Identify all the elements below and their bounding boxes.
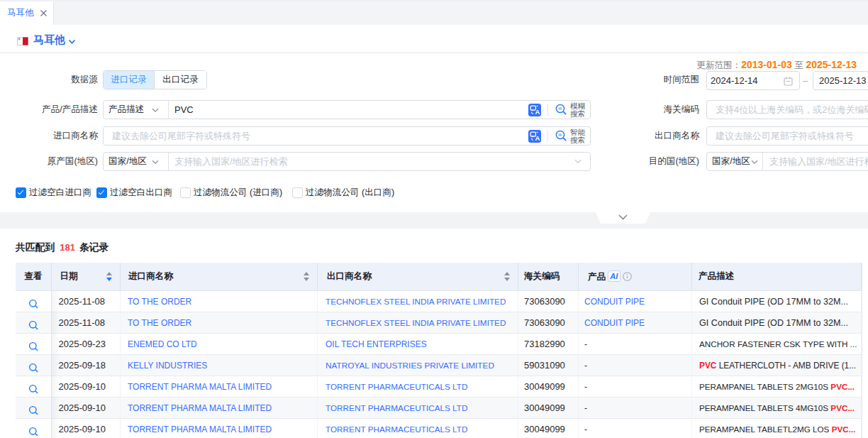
svg-text:A: A	[535, 134, 540, 142]
svg-text:A: A	[535, 108, 540, 116]
